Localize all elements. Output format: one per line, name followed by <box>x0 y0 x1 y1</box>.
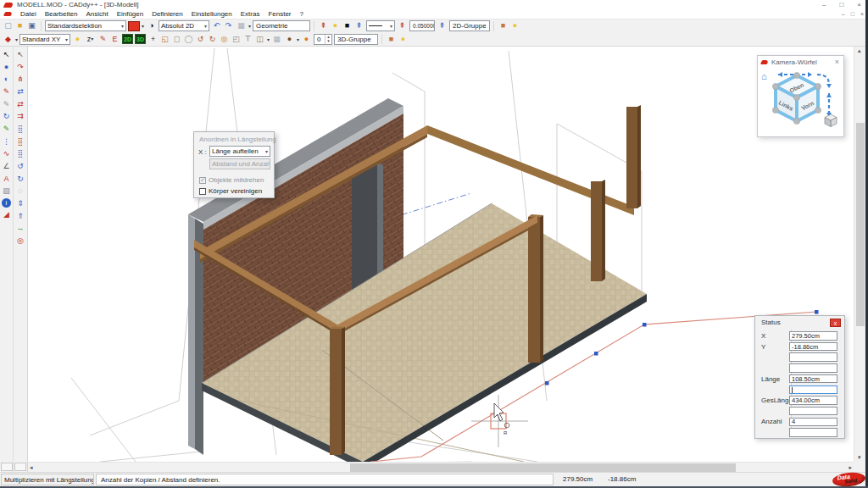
layer-current-icon[interactable]: ⇞ <box>353 20 364 31</box>
group-folder-icon[interactable]: ■ <box>498 20 509 31</box>
draw-contour-tool-icon[interactable]: ✎ <box>1 123 13 136</box>
group-2d-field[interactable]: 2D-Gruppe <box>449 20 490 31</box>
line-width-field[interactable]: 0.050000 <box>409 20 435 31</box>
horizontal-scrollbar[interactable]: ◂ ▸ <box>28 462 854 472</box>
color-black-swatch[interactable]: ■ <box>342 20 353 31</box>
workplane-dropdown[interactable]: Standard XY <box>19 34 70 45</box>
center-point-tool-icon[interactable]: ◎ <box>14 235 26 247</box>
status-row-input[interactable]: 434.00cm <box>789 396 837 405</box>
info-tool-icon[interactable]: i <box>2 198 11 208</box>
select-copy-tool-icon[interactable]: ↖ <box>14 48 26 61</box>
ortho-view-icon[interactable]: ⊤ <box>242 34 253 45</box>
vertical-scrollbar-thumb[interactable] <box>856 123 865 326</box>
new-file-icon[interactable]: ▢ <box>3 20 14 31</box>
snap-grid-icon[interactable]: ▦ <box>271 34 282 45</box>
sphere-tool-icon[interactable]: ● <box>1 61 13 74</box>
group-visibility-icon[interactable]: ● <box>398 34 409 45</box>
status-row-input[interactable] <box>789 363 837 373</box>
sphere-edit-tool-icon[interactable]: ◐ <box>1 73 13 86</box>
rotate-objects-checkbox[interactable]: ✓ Objekte mitdrehen <box>199 176 264 184</box>
distance-mode-dropdown[interactable]: Abstand und Anzahl <box>209 158 270 169</box>
scroll-down-icon[interactable]: ▾ <box>858 454 861 461</box>
layer-assign-icon[interactable]: ⇞ <box>318 20 329 31</box>
status-row-input[interactable] <box>789 428 837 437</box>
zoom-sheet-icon[interactable]: ◰ <box>231 34 242 45</box>
layer-width-icon[interactable]: ⇞ <box>437 20 448 31</box>
maximize-button[interactable]: □ <box>839 1 843 8</box>
rotate-tool-icon[interactable]: ↻ <box>1 110 13 123</box>
splitter-box-1[interactable] <box>1 463 13 471</box>
menu-item-2[interactable]: Ansicht <box>81 10 112 18</box>
array-polar-tool-icon[interactable]: ⣿ <box>14 136 26 148</box>
split-mode-dropdown[interactable]: Länge aufteilen <box>209 146 270 157</box>
zoom-rect-icon[interactable]: ◻ <box>171 34 182 45</box>
status-panel-close-button[interactable]: x <box>830 319 841 327</box>
rotate-view-left-icon[interactable]: ↺ <box>195 34 206 45</box>
mini-cube-icon[interactable] <box>825 114 837 127</box>
home-view-icon[interactable]: ⌂ <box>761 71 767 81</box>
status-row-input[interactable]: 279.50cm <box>789 331 837 341</box>
z-axis-button[interactable]: z▾ <box>85 34 96 45</box>
unite-bodies-checkbox[interactable]: Körper vereinigen <box>199 187 262 195</box>
scroll-up-icon[interactable]: ▴ <box>858 47 861 54</box>
status-row-input[interactable] <box>789 385 837 395</box>
undo-icon[interactable]: ↶ <box>211 20 222 31</box>
menu-item-1[interactable]: Bearbeiten <box>41 10 82 18</box>
mdi-minimize-button[interactable]: – <box>842 10 845 18</box>
minimize-button[interactable]: – <box>822 1 826 8</box>
hatch-tool-icon[interactable]: ▨ <box>1 186 13 198</box>
stepper-arrows[interactable]: ▴▾ <box>325 35 331 44</box>
menu-item-6[interactable]: Extras <box>236 10 264 18</box>
status-row-input[interactable]: -18.86cm <box>789 342 837 352</box>
zoom-window-icon[interactable]: ◱ <box>159 34 170 45</box>
status-row-input[interactable]: 108.50cm <box>789 374 837 384</box>
save-icon[interactable]: ▣ <box>26 20 37 31</box>
sketch-e-icon[interactable]: E <box>109 34 120 45</box>
view-cube-icon[interactable]: ◫ <box>254 34 265 45</box>
array-path-tool-icon[interactable]: ⣿ <box>14 148 26 161</box>
sweep-tool-icon[interactable]: ↷ <box>14 61 26 74</box>
move-up-tool-icon[interactable]: ⇑ <box>14 210 26 223</box>
polyline-tool-icon[interactable]: ∿ <box>1 148 13 161</box>
linestyle-dropdown[interactable] <box>366 20 395 31</box>
rotate-ccw-tool-icon[interactable]: ↺ <box>14 160 26 173</box>
rotate-cw-tool-icon[interactable]: ↻ <box>14 173 26 186</box>
open-folder-icon[interactable]: ■ <box>14 20 25 31</box>
draw-line-tool-icon[interactable]: ✎ <box>1 86 13 98</box>
render-sphere-icon[interactable]: ● <box>284 34 295 45</box>
close-button[interactable]: × <box>857 1 861 8</box>
selection-mode-dropdown[interactable]: Standardselektion <box>45 20 126 31</box>
sketch-red-icon[interactable]: ✎ <box>97 34 108 45</box>
divide-tool-icon[interactable]: ⋮ <box>1 136 13 148</box>
move-vertical-tool-icon[interactable]: ⇕ <box>14 197 26 210</box>
marquee-tool-icon[interactable]: ◌ <box>14 186 26 198</box>
status-row-input[interactable]: 4 <box>789 418 837 427</box>
layer-visibility-icon[interactable]: ● <box>330 20 341 31</box>
erase-tool-icon[interactable]: ◢ <box>1 208 13 221</box>
lamp-icon[interactable]: ◯ <box>183 34 194 45</box>
layer-linestyle-icon[interactable]: ⇞ <box>397 20 408 31</box>
color-caret-icon[interactable]: ▾ <box>142 23 144 29</box>
group-visibility-icon[interactable]: ● <box>509 20 520 31</box>
stretch-tool-icon[interactable]: ⇉ <box>14 110 26 123</box>
workplane-light-icon[interactable]: ● <box>72 34 83 45</box>
scroll-right-icon[interactable]: ▸ <box>849 464 852 471</box>
zoom-dynamic-icon[interactable]: ◎ <box>219 34 230 45</box>
active-color-button[interactable] <box>128 21 140 31</box>
camera-panel-close-icon[interactable]: × <box>835 58 839 66</box>
menu-item-7[interactable]: Fenster <box>264 10 295 18</box>
align-h-tool-icon[interactable]: ↔ <box>14 223 26 236</box>
scroll-left-icon[interactable]: ◂ <box>30 464 33 471</box>
menu-item-3[interactable]: Einfügen <box>113 10 148 18</box>
material-jug-icon[interactable]: ◆ <box>3 34 14 45</box>
splitter-box-2[interactable] <box>14 463 26 471</box>
material-caret-icon[interactable]: ▾ <box>15 36 18 42</box>
status-row-input[interactable] <box>789 352 837 362</box>
angle-stepper[interactable]: 0 ▴▾ <box>314 34 332 45</box>
contrast-circle-icon[interactable]: ◑ <box>146 20 157 31</box>
select-tool-icon[interactable]: ↖ <box>1 48 13 61</box>
pan-icon[interactable]: + <box>147 34 159 45</box>
array-grid-tool-icon[interactable]: ⣿ <box>14 123 26 136</box>
camera-cube[interactable]: ⌂ Oben Links Vorn <box>758 68 843 136</box>
coordinate-mode-dropdown[interactable]: Absolut 2D <box>159 20 209 31</box>
